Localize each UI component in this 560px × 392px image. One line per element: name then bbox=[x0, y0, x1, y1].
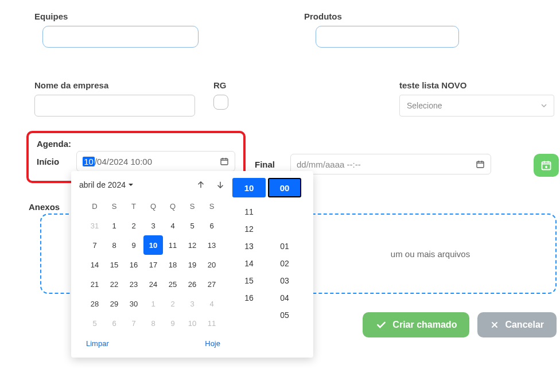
agenda-label: Agenda: bbox=[37, 139, 235, 149]
calendar-day[interactable]: 4 bbox=[163, 216, 182, 235]
check-icon bbox=[375, 319, 387, 331]
produtos-input[interactable] bbox=[316, 26, 459, 48]
close-icon bbox=[490, 320, 499, 329]
calendar-day[interactable]: 15 bbox=[104, 255, 124, 274]
calendar-icon[interactable] bbox=[476, 160, 485, 169]
calendar-dow: S bbox=[202, 196, 221, 216]
hour-option[interactable]: 16 bbox=[238, 289, 260, 306]
rg-checkbox[interactable] bbox=[213, 95, 228, 110]
calendar-day[interactable]: 23 bbox=[124, 274, 143, 294]
lista-select[interactable]: Selecione bbox=[399, 95, 554, 117]
calendar-prev-button[interactable] bbox=[194, 178, 208, 192]
calendar-day[interactable]: 24 bbox=[143, 274, 163, 294]
calendar-icon[interactable] bbox=[220, 157, 229, 166]
inicio-datetime-input[interactable]: 10/04/2024 10:00 bbox=[76, 151, 235, 172]
calendar-day[interactable]: 18 bbox=[163, 255, 182, 274]
svg-rect-0 bbox=[221, 158, 228, 165]
calendar-day[interactable]: 9 bbox=[163, 313, 182, 333]
calendar-dow: T bbox=[124, 196, 143, 216]
minute-option[interactable]: 03 bbox=[273, 272, 296, 289]
add-agenda-button[interactable] bbox=[534, 154, 559, 177]
hour-option[interactable]: 14 bbox=[238, 255, 260, 272]
calendar-dow: Q bbox=[143, 196, 163, 216]
caret-down-icon bbox=[128, 183, 134, 187]
produtos-label: Produtos bbox=[304, 11, 488, 21]
calendar-day[interactable]: 20 bbox=[202, 255, 221, 274]
minute-option[interactable]: 02 bbox=[273, 255, 296, 272]
calendar-plus-icon bbox=[540, 160, 552, 171]
calendar-day[interactable]: 5 bbox=[182, 216, 202, 235]
calendar-day[interactable]: 13 bbox=[202, 235, 221, 255]
minute-option[interactable]: 04 bbox=[273, 289, 296, 306]
calendar-day[interactable]: 21 bbox=[85, 274, 104, 294]
calendar-day[interactable]: 6 bbox=[202, 216, 221, 235]
empresa-input[interactable] bbox=[34, 95, 195, 117]
calendar-day[interactable]: 30 bbox=[124, 294, 143, 313]
calendar-clear-button[interactable]: Limpar bbox=[83, 339, 112, 348]
calendar-day[interactable]: 11 bbox=[202, 313, 221, 333]
calendar-day[interactable]: 26 bbox=[182, 274, 202, 294]
create-button[interactable]: Criar chamado bbox=[363, 312, 469, 337]
anexos-label: Anexos bbox=[29, 202, 60, 212]
calendar-day[interactable]: 3 bbox=[182, 294, 202, 313]
cancel-button[interactable]: Cancelar bbox=[477, 312, 557, 337]
minute-selected[interactable]: 00 bbox=[268, 178, 301, 197]
calendar-day[interactable]: 22 bbox=[104, 274, 124, 294]
calendar-day[interactable]: 1 bbox=[143, 294, 163, 313]
inicio-label: Início bbox=[37, 157, 72, 166]
calendar-day[interactable]: 8 bbox=[104, 235, 124, 255]
calendar-day[interactable]: 7 bbox=[124, 313, 143, 333]
rg-label: RG bbox=[213, 80, 228, 90]
calendar-day[interactable]: 6 bbox=[104, 313, 124, 333]
arrow-up-icon bbox=[196, 180, 206, 190]
svg-rect-1 bbox=[477, 161, 484, 168]
calendar-day[interactable]: 9 bbox=[124, 235, 143, 255]
equipes-input[interactable] bbox=[42, 26, 199, 48]
calendar-day[interactable]: 5 bbox=[85, 313, 104, 333]
calendar-day[interactable]: 1 bbox=[104, 216, 124, 235]
svg-rect-2 bbox=[542, 162, 551, 169]
calendar-month-selector[interactable]: abril de 2024 bbox=[79, 180, 134, 189]
calendar-day[interactable]: 14 bbox=[85, 255, 104, 274]
hour-option[interactable]: 11 bbox=[238, 203, 260, 220]
final-label: Final bbox=[255, 160, 283, 169]
calendar-day[interactable]: 10 bbox=[143, 235, 163, 255]
hour-option[interactable]: 12 bbox=[238, 220, 260, 238]
calendar-day[interactable]: 16 bbox=[124, 255, 143, 274]
calendar-day[interactable]: 31 bbox=[85, 216, 104, 235]
calendar-day[interactable]: 7 bbox=[85, 235, 104, 255]
calendar-day[interactable]: 2 bbox=[124, 216, 143, 235]
chevron-down-icon bbox=[541, 104, 547, 107]
calendar-day[interactable]: 10 bbox=[182, 313, 202, 333]
calendar-day[interactable]: 2 bbox=[163, 294, 182, 313]
calendar-day[interactable]: 28 bbox=[85, 294, 104, 313]
hour-option[interactable]: 15 bbox=[238, 272, 260, 289]
empresa-label: Nome da empresa bbox=[34, 80, 207, 90]
calendar-day[interactable]: 27 bbox=[202, 274, 221, 294]
calendar-day[interactable]: 12 bbox=[182, 235, 202, 255]
calendar-day[interactable]: 8 bbox=[143, 313, 163, 333]
final-placeholder-text: dd/mm/aaaa --:-- bbox=[297, 160, 361, 169]
calendar-day[interactable]: 19 bbox=[182, 255, 202, 274]
create-button-label: Criar chamado bbox=[392, 320, 457, 330]
calendar-dow: Q bbox=[163, 196, 182, 216]
calendar-day[interactable]: 11 bbox=[163, 235, 182, 255]
calendar-day[interactable]: 25 bbox=[163, 274, 182, 294]
calendar-today-button[interactable]: Hoje bbox=[201, 339, 224, 348]
arrow-down-icon bbox=[215, 180, 225, 190]
hour-option[interactable]: 13 bbox=[238, 238, 260, 255]
calendar-day[interactable]: 4 bbox=[202, 294, 221, 313]
equipes-label: Equipes bbox=[34, 11, 218, 21]
final-datetime-input[interactable]: dd/mm/aaaa --:-- bbox=[290, 154, 491, 174]
calendar-day[interactable]: 17 bbox=[143, 255, 163, 274]
inicio-rest: /04/2024 10:00 bbox=[95, 157, 152, 166]
calendar-dow: D bbox=[85, 196, 104, 216]
calendar-day[interactable]: 3 bbox=[143, 216, 163, 235]
hour-selected[interactable]: 10 bbox=[232, 178, 266, 197]
minute-option[interactable]: 01 bbox=[273, 238, 296, 255]
inicio-day-highlight: 10 bbox=[83, 157, 95, 166]
calendar-next-button[interactable] bbox=[213, 178, 227, 192]
calendar-grid: DSTQQSS311234567891011121314151617181920… bbox=[79, 196, 227, 333]
minute-option[interactable]: 05 bbox=[273, 306, 296, 324]
calendar-day[interactable]: 29 bbox=[104, 294, 124, 313]
